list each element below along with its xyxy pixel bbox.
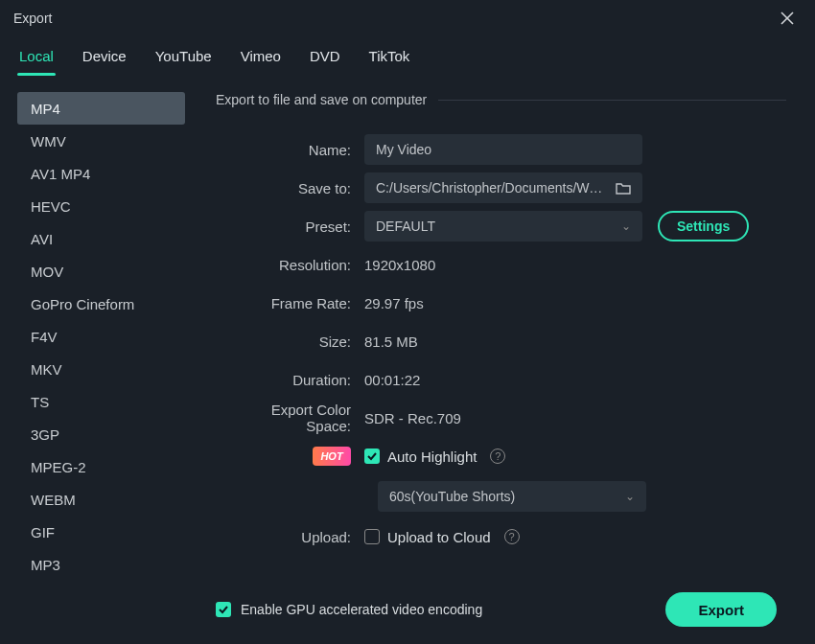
- name-input-value: My Video: [376, 142, 431, 157]
- settings-button[interactable]: Settings: [658, 211, 749, 242]
- format-item-hevc[interactable]: HEVC: [17, 190, 185, 222]
- tab-local[interactable]: Local: [17, 44, 56, 76]
- preset-select[interactable]: DEFAULT ⌄: [364, 211, 642, 242]
- colorspace-value: SDR - Rec.709: [364, 410, 461, 426]
- duration-value: 00:01:22: [364, 372, 420, 388]
- preset-value: DEFAULT: [376, 218, 435, 234]
- saveto-path: C:/Users/Christopher/Documents/Wondersh: [376, 180, 608, 196]
- format-item-ts[interactable]: TS: [17, 385, 185, 418]
- browse-folder-button[interactable]: [616, 181, 631, 195]
- upload-to-cloud-checkbox[interactable]: Upload to Cloud: [364, 529, 491, 545]
- format-item-wmv[interactable]: WMV: [17, 125, 185, 157]
- format-sidebar: MP4WMVAV1 MP4HEVCAVIMOVGoPro CineformF4V…: [0, 75, 187, 644]
- format-item-gopro-cineform[interactable]: GoPro Cineform: [17, 288, 185, 320]
- divider: [438, 100, 786, 101]
- tabs-bar: LocalDeviceYouTubeVimeoDVDTikTok: [0, 36, 815, 75]
- upload-to-cloud-label: Upload to Cloud: [387, 529, 491, 545]
- hot-badge: HOT: [313, 447, 351, 466]
- format-item-mov[interactable]: MOV: [17, 255, 185, 288]
- duration-label: Duration:: [225, 372, 364, 388]
- titlebar: Export: [0, 0, 815, 36]
- gpu-encoding-label: Enable GPU accelerated video encoding: [241, 602, 482, 617]
- size-label: Size:: [225, 334, 364, 350]
- format-item-webm[interactable]: WEBM: [17, 483, 185, 516]
- tab-tiktok[interactable]: TikTok: [367, 44, 412, 76]
- checkbox-checked-icon: [216, 602, 231, 617]
- chevron-down-icon: ⌄: [621, 219, 631, 233]
- format-item-mp4[interactable]: MP4: [17, 92, 185, 125]
- main-panel: Export to file and save on computer Name…: [187, 75, 815, 644]
- close-icon: [780, 12, 794, 25]
- highlight-duration-select[interactable]: 60s(YouTube Shorts) ⌄: [378, 481, 646, 512]
- footer: Enable GPU accelerated video encoding Ex…: [216, 579, 786, 644]
- window-title: Export: [13, 11, 52, 26]
- preset-label: Preset:: [225, 218, 364, 235]
- saveto-label: Save to:: [225, 180, 364, 196]
- checkbox-unchecked-icon: [364, 529, 380, 544]
- format-item-mpeg-2[interactable]: MPEG-2: [17, 450, 185, 483]
- checkbox-checked-icon: [364, 448, 380, 464]
- colorspace-label: Export Color Space:: [225, 402, 364, 434]
- size-value: 81.5 MB: [364, 334, 418, 350]
- name-label: Name:: [225, 142, 364, 158]
- section-title: Export to file and save on computer: [216, 92, 427, 107]
- format-item-avi[interactable]: AVI: [17, 222, 185, 255]
- chevron-down-icon: ⌄: [625, 490, 635, 503]
- upload-help-icon[interactable]: ?: [504, 529, 520, 544]
- format-item-mp3[interactable]: MP3: [17, 548, 185, 581]
- resolution-label: Resolution:: [225, 257, 364, 273]
- tab-dvd[interactable]: DVD: [308, 44, 342, 76]
- format-item-3gp[interactable]: 3GP: [17, 418, 185, 450]
- folder-icon: [616, 181, 631, 195]
- resolution-value: 1920x1080: [364, 257, 435, 273]
- format-item-mkv[interactable]: MKV: [17, 353, 185, 385]
- framerate-label: Frame Rate:: [225, 295, 364, 311]
- format-item-gif[interactable]: GIF: [17, 516, 185, 548]
- auto-highlight-checkbox[interactable]: Auto Highlight: [364, 448, 477, 465]
- framerate-value: 29.97 fps: [364, 295, 424, 311]
- format-item-av1-mp4[interactable]: AV1 MP4: [17, 157, 185, 190]
- gpu-encoding-checkbox[interactable]: Enable GPU accelerated video encoding: [216, 602, 482, 617]
- export-button[interactable]: Export: [665, 592, 777, 627]
- auto-highlight-label: Auto Highlight: [387, 448, 477, 465]
- upload-label: Upload:: [225, 529, 364, 545]
- format-item-f4v[interactable]: F4V: [17, 320, 185, 353]
- highlight-duration-value: 60s(YouTube Shorts): [389, 489, 515, 504]
- tab-device[interactable]: Device: [81, 44, 128, 76]
- close-button[interactable]: [773, 4, 802, 33]
- tab-youtube[interactable]: YouTube: [153, 44, 214, 76]
- section-header: Export to file and save on computer: [216, 92, 786, 107]
- auto-highlight-help-icon[interactable]: ?: [490, 448, 505, 464]
- name-input[interactable]: My Video: [364, 134, 642, 165]
- saveto-input[interactable]: C:/Users/Christopher/Documents/Wondersh: [364, 172, 642, 203]
- tab-vimeo[interactable]: Vimeo: [239, 44, 283, 76]
